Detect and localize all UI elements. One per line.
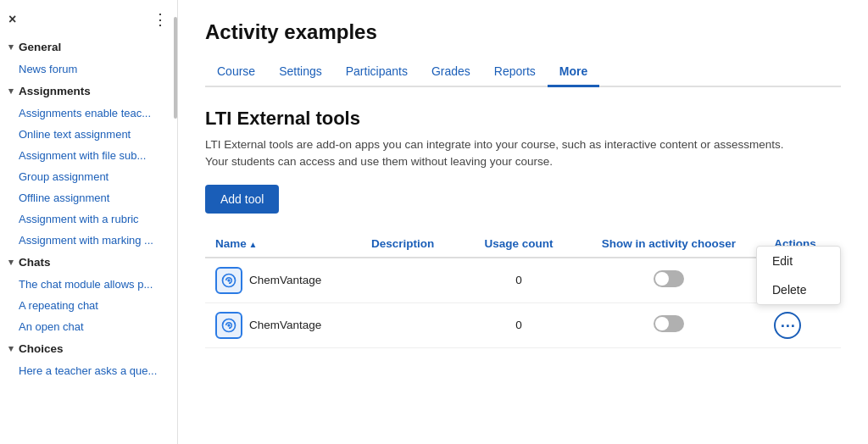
lti-description: LTI External tools are add-on apps you c… [205,136,841,171]
tabs-nav: Course Settings Participants Grades Repo… [205,58,841,87]
sidebar-menu-icon[interactable]: ⋮ [153,10,169,29]
tool-name: ChemVantage [249,274,321,286]
col-name[interactable]: Name [205,230,361,258]
tool-usage-count-cell: 0 [464,258,573,303]
sidebar-section-label: Chats [19,256,51,269]
table-row: ChemVantage 0 ⋯ [205,302,841,347]
sidebar-item-assignments-5[interactable]: Assignment with a rubric [0,208,177,230]
tab-course[interactable]: Course [205,58,267,87]
tool-name: ChemVantage [249,319,321,331]
chevron-icon: ▾ [8,86,14,97]
tab-grades[interactable]: Grades [420,58,482,87]
lti-tools-table: Name Description Usage count Show in act… [205,230,841,348]
chevron-icon: ▾ [8,343,14,354]
tool-description-cell [361,258,464,303]
sidebar: × ⋮ ▾ General News forum ▾ Assignments A… [0,0,178,444]
tool-icon [215,267,242,294]
sidebar-section-label: Assignments [19,85,91,97]
tab-more[interactable]: More [548,58,599,87]
lti-section-title: LTI External tools [205,108,841,130]
chevron-icon: ▾ [8,257,14,268]
sidebar-section-assignments[interactable]: ▾ Assignments [0,80,177,103]
action-dropdown-menu: Edit Delete [756,246,841,305]
scrollbar-thumb[interactable] [174,17,177,119]
dropdown-item-delete[interactable]: Delete [757,275,840,304]
sidebar-item-choices-0[interactable]: Here a teacher asks a que... [0,360,177,381]
sidebar-top-bar: × ⋮ [0,7,177,36]
sidebar-item-chats-2[interactable]: An open chat [0,316,177,337]
close-icon[interactable]: × [8,12,16,27]
tab-settings[interactable]: Settings [267,58,334,87]
tool-icon [215,312,242,339]
sidebar-item-assignments-3[interactable]: Group assignment [0,166,177,187]
sidebar-section-label: Choices [19,342,64,355]
sidebar-item-assignments-1[interactable]: Online text assignment [0,124,177,145]
col-description: Description [361,230,464,258]
actions-cell-2: ⋯ [764,302,841,347]
col-usage-count: Usage count [464,230,573,258]
sidebar-section-chats[interactable]: ▾ Chats [0,251,177,274]
tool-description-cell [361,302,464,347]
tool-toggle-cell[interactable] [574,258,765,303]
tool-usage-count-cell: 0 [464,302,573,347]
tool-toggle-cell[interactable] [574,302,765,347]
tool-name-cell: ChemVantage [205,302,361,347]
page-title: Activity examples [205,20,841,44]
svg-point-1 [227,279,230,281]
main-content: Activity examples Course Settings Partic… [178,0,868,444]
sidebar-item-chats-0[interactable]: The chat module allows p... [0,274,177,295]
tab-participants[interactable]: Participants [334,58,420,87]
sidebar-section-label: General [19,41,61,53]
sidebar-section-choices[interactable]: ▾ Choices [0,337,177,360]
table-row: ChemVantage 0 🔒 [205,258,841,303]
tab-reports[interactable]: Reports [482,58,548,87]
sidebar-item-assignments-4[interactable]: Offline assignment [0,187,177,208]
sidebar-section-general[interactable]: ▾ General [0,36,177,58]
add-tool-button[interactable]: Add tool [205,185,279,214]
sidebar-item-chats-1[interactable]: A repeating chat [0,295,177,316]
chevron-icon: ▾ [8,42,14,53]
sidebar-item-assignments-6[interactable]: Assignment with marking ... [0,230,177,251]
dropdown-item-edit[interactable]: Edit [757,247,840,275]
sidebar-item-news-forum[interactable]: News forum [0,58,177,80]
col-show-in-chooser: Show in activity chooser [574,230,765,258]
svg-point-3 [227,324,230,326]
activity-chooser-toggle[interactable] [654,315,684,332]
scrollbar-track [174,0,177,444]
tool-name-cell: ChemVantage [205,258,361,303]
activity-chooser-toggle[interactable] [654,270,684,287]
sidebar-item-assignments-0[interactable]: Assignments enable teac... [0,103,177,124]
action-dots-button[interactable]: ⋯ [774,312,801,339]
sidebar-item-assignments-2[interactable]: Assignment with file sub... [0,145,177,166]
